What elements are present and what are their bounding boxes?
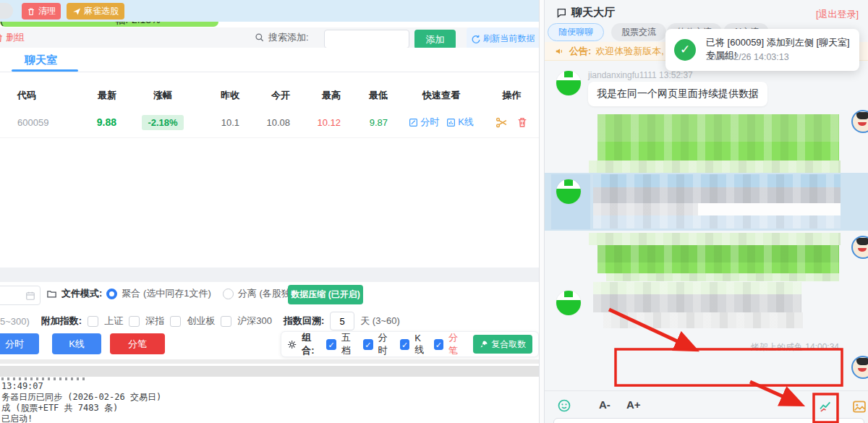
row-separator [0,137,539,138]
range-partial-text: 5~300) [0,316,30,327]
header-prev-close: 昨收 [199,89,250,102]
stock-last-price: 9.88 [65,116,127,128]
checkbox-chinext[interactable] [170,316,181,327]
chat-input-box[interactable] [553,418,864,423]
delete-group-button[interactable]: 删组 [0,31,25,44]
checkbox-shanghai[interactable] [88,316,98,327]
megaphone-icon [555,46,565,56]
backtrack-days-input[interactable] [330,312,354,330]
combo-fetch-card: 组合: ✓ 五档 ✓ 分时 ✓ K线 ✓ 分笔 复合取数 [281,331,539,357]
line-chart-icon[interactable] [818,400,833,414]
font-larger-button[interactable]: A+ [626,398,641,411]
radio-split-mode[interactable] [223,289,234,299]
redacted-row [593,215,841,228]
log-line: 13:49:07 [1,381,537,392]
combo-level5-label[interactable]: 五档 [341,331,358,357]
extra-index-label: 附加指数: [41,315,82,328]
active-tab-underline [12,69,78,72]
stock-open: 10.08 [250,117,300,128]
image-icon[interactable] [852,400,867,414]
combo-tick-label[interactable]: 分笔 [448,331,465,357]
quick-kline-link[interactable]: K线 [446,116,474,129]
checkbox-combo-kline[interactable]: ✓ [400,339,410,350]
date-input[interactable] [0,286,41,305]
chat-message-bubble: 我是在同一个网页里面持续提供数据 [588,82,767,106]
header-last: 最新 [65,89,127,102]
add-button[interactable]: 添加 [414,30,456,49]
refresh-button-label: 刷新当前数据 [483,33,535,45]
search-input[interactable] [324,30,409,48]
tab-stock-chat[interactable]: 股票交流 [611,23,666,41]
announcement-label: 公告: [569,45,591,58]
redacted-message [603,312,803,328]
user-avatar[interactable] [556,291,581,315]
rocket-icon [480,340,488,349]
checkbox-combo-minute[interactable]: ✓ [363,339,373,350]
user-avatar[interactable] [556,179,581,204]
toast-timestamp: 2026/02/26 14:03:13 [706,52,789,62]
quick-minute-link[interactable]: 分时 [409,116,439,129]
file-mode-label: 文件模式: [61,287,102,300]
combo-minute-label[interactable]: 分时 [378,331,395,357]
quick-kline-label: K线 [458,116,474,129]
scissors-icon[interactable] [495,116,508,129]
combo-label: 组合: [302,331,321,357]
kline-fetch-button[interactable]: K线 [52,333,101,354]
merge-mode-label[interactable]: 聚合 (选中同存1文件) [122,287,211,300]
radio-merge-mode[interactable] [106,289,117,299]
redacted-message [597,114,839,142]
file-mode-group: 文件模式: 聚合 (选中同存1文件) 分离 (各股独立文件) [46,287,322,300]
user-avatar[interactable] [556,71,581,95]
compress-toggle-button[interactable]: 数据压缩 (已开启) [288,285,363,304]
logout-link[interactable]: [退出登录] [816,8,859,21]
tick-fetch-button[interactable]: 分笔 [110,333,165,354]
delete-row-icon[interactable] [516,116,528,128]
stock-change-cell: -2.18% [127,115,199,130]
redacted-row [593,174,841,187]
redacted-row [593,187,841,203]
stock-table-header: 代码 最新 涨幅 昨收 今开 最高 最低 快速查看 操作 [0,84,539,107]
checkbox-hs300[interactable] [221,316,231,327]
hs300-label[interactable]: 沪深300 [237,315,272,328]
announcement-text: 欢迎体验新版本, [595,45,664,58]
emoji-icon[interactable] [557,398,571,413]
refresh-data-button[interactable]: 刷新当前数据 [467,27,539,49]
clean-button[interactable]: 清理 [22,3,61,20]
tab-casual-chat[interactable]: 随便聊聊 [548,23,604,41]
redacted-message [597,142,839,161]
search-icon [255,33,265,43]
app-window: 清理 麻雀选股 删组 搜索添加: 添加 刷新当前数据 聊天室 代码 最新 涨幅 … [0,0,868,423]
redacted-message [589,233,841,245]
combo-kline-label[interactable]: K线 [414,333,428,356]
checkbox-shenzhen[interactable] [129,316,140,327]
header-actions: 操作 [485,89,539,102]
bird-icon [72,7,81,16]
toolbar-divider [545,390,868,391]
success-check-icon: ✓ [674,39,696,61]
shanghai-label[interactable]: 上证 [104,315,123,328]
font-smaller-button[interactable]: A- [599,398,610,411]
chinext-label[interactable]: 创业板 [187,315,215,328]
actions-cell [485,116,539,129]
panel-resizer[interactable] [539,0,545,423]
log-line: 成 (股票+ETF 共 7483 条) [1,403,537,414]
composite-fetch-label: 复合取数 [491,338,526,351]
stock-table-row: 600059 9.88 -2.18% 10.1 10.08 10.12 9.87… [0,108,539,136]
checkbox-combo-level5[interactable]: ✓ [326,339,336,350]
composite-fetch-button[interactable]: 复合取数 [473,335,532,354]
backtrack-label: 指数回溯: [284,315,324,328]
tab-chatroom-group[interactable]: 聊天室 [25,54,57,67]
chat-hall-title-label: 聊天大厅 [571,6,615,20]
header-quick-view: 快速查看 [398,89,485,102]
sparrow-stock-picker-button[interactable]: 麻雀选股 [67,3,124,20]
refresh-icon [471,34,480,43]
header-change: 涨幅 [127,89,199,102]
minute-fetch-button[interactable]: 分时 [0,333,39,354]
checkbox-combo-tick[interactable]: ✓ [434,339,444,350]
redacted-message [593,282,801,294]
section-divider [0,268,539,282]
shenzhen-label[interactable]: 深指 [145,315,164,328]
redacted-message [597,245,839,262]
log-line: 已启动! [1,414,537,423]
header-low: 最低 [351,89,398,102]
